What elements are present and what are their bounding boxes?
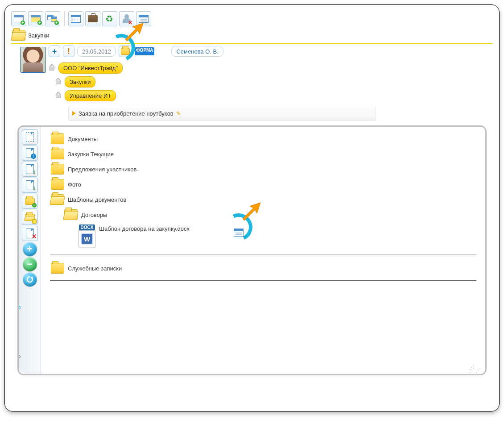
alert-button[interactable]: ! xyxy=(63,46,74,57)
file-name: Шаблон договора на закупку.docx xyxy=(99,225,190,232)
tag-chip[interactable]: Закупки xyxy=(65,76,95,87)
docx-icon: DOCX W xyxy=(78,224,95,247)
tag-icon xyxy=(54,77,64,87)
toolbar-list-view[interactable] xyxy=(136,11,151,26)
toolbar-recycle[interactable]: ♻ xyxy=(102,11,117,26)
brand-label: PayDoxCatalogue xyxy=(17,295,21,370)
tag-icon xyxy=(47,63,58,73)
side-refresh[interactable] xyxy=(23,272,37,287)
side-new-folder[interactable]: + xyxy=(22,194,38,209)
toolbar-briefcase[interactable] xyxy=(85,11,100,26)
add-button[interactable]: + xyxy=(49,46,60,57)
avatar[interactable] xyxy=(20,47,46,73)
tree-folder[interactable]: Документы xyxy=(50,131,476,146)
side-folder-props[interactable] xyxy=(22,210,38,225)
toolbar-remove-user[interactable]: ✕ xyxy=(119,11,134,26)
tree-separator xyxy=(50,254,476,254)
tree-subfolder[interactable]: Договоры xyxy=(63,207,476,222)
tag-icon xyxy=(54,91,64,101)
tree-folder[interactable]: Шаблоны документов xyxy=(50,192,476,207)
toolbar-calendar[interactable] xyxy=(68,11,83,26)
author-pill[interactable]: Семенова О. В. xyxy=(171,46,223,57)
divider xyxy=(11,43,493,44)
date-pill[interactable]: 29.05.2012 xyxy=(77,46,116,57)
tag-chip[interactable]: Управление ИТ xyxy=(65,90,116,101)
pencil-icon[interactable]: ✎ xyxy=(176,110,181,117)
breadcrumb-label[interactable]: Закупки xyxy=(28,32,49,39)
tree-folder[interactable]: Предложения участников xyxy=(50,162,476,177)
side-download[interactable]: ↓ xyxy=(22,178,38,193)
triangle-icon xyxy=(72,111,76,116)
file-action-icon[interactable] xyxy=(234,229,244,237)
tree-folder[interactable]: Служебные записки xyxy=(50,261,476,276)
toolbar-new-tiles[interactable]: + xyxy=(45,11,60,26)
top-toolbar: + + + ♻ ✕ xyxy=(11,11,493,26)
toolbar-new-subwindow[interactable]: + xyxy=(28,11,43,26)
tag-chip[interactable]: ООО "ИнвестТрэйд" xyxy=(58,62,123,74)
side-expand-all[interactable]: + xyxy=(23,242,37,256)
folder-tree: Документы Закупки Текущие Предложения уч… xyxy=(41,127,485,374)
svg-marker-4 xyxy=(30,276,32,279)
subject-text: Заявка на приобретение ноутбуков xyxy=(78,110,174,117)
toolbar-separator xyxy=(64,11,65,26)
tree-folder[interactable]: Закупки Текущие xyxy=(50,146,476,162)
folder-icon[interactable] xyxy=(12,30,25,41)
catalogue-panel: i ↑ ↓ + ✕ + − PayDoxCatalogue Документы xyxy=(17,125,487,375)
toolbar-new-window[interactable]: + xyxy=(11,11,26,26)
tree-separator xyxy=(50,280,476,281)
subject-bar[interactable]: Заявка на приобретение ноутбуков ✎ xyxy=(68,106,376,121)
attach-folder-button[interactable] xyxy=(119,46,132,57)
forma-badge[interactable]: ФОРМА xyxy=(135,47,154,55)
side-upload[interactable]: ↑ xyxy=(22,162,38,177)
tree-folder[interactable]: Фото xyxy=(50,177,476,192)
tree-file[interactable]: DOCX W Шаблон договора на закупку.docx xyxy=(78,222,476,249)
side-new-doc[interactable] xyxy=(22,129,38,145)
side-delete-doc[interactable]: ✕ xyxy=(22,226,38,241)
side-collapse-all[interactable]: − xyxy=(23,257,37,271)
resize-handle-icon[interactable]: ⋰⋰⋰ xyxy=(469,366,482,371)
catalogue-side-toolbar: i ↑ ↓ + ✕ + − xyxy=(19,127,41,374)
side-doc-info[interactable]: i xyxy=(22,145,38,161)
